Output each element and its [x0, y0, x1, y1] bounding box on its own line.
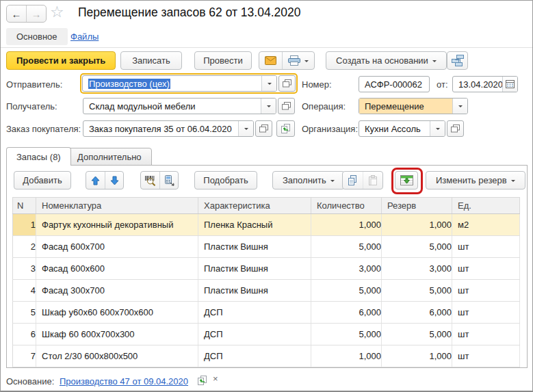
customer-order-value: Заказ покупателя 35 от 06.04.2020: [83, 124, 238, 134]
table-row[interactable]: 4 Фасад 300х700 Пластик Вишня 5,000 5,00…: [13, 280, 520, 302]
receiver-dropdown-button[interactable]: [261, 99, 276, 114]
cell-reserve: 5,000: [382, 236, 452, 258]
col-header-reserve[interactable]: Резерв: [382, 198, 452, 214]
cell-unit: шт: [452, 302, 520, 324]
organization-input[interactable]: Кухни Ассоль: [359, 120, 445, 137]
pick-items-button[interactable]: Подобрать: [194, 171, 257, 190]
cell-nomenclature: Фасад 600х700: [36, 236, 198, 258]
change-reserve-button[interactable]: Изменить резерв: [426, 171, 525, 190]
open-base-document-button[interactable]: [276, 120, 295, 137]
customer-order-dropdown-button[interactable]: [238, 121, 253, 136]
cell-n: 7: [13, 345, 36, 367]
sender-input[interactable]: Производство (цех): [82, 75, 277, 92]
cell-reserve: 5,000: [382, 280, 452, 302]
col-header-unit[interactable]: Ед.: [452, 198, 520, 214]
col-header-quantity[interactable]: Количество: [311, 198, 382, 214]
header-separator: [1, 47, 532, 48]
clear-base-button[interactable]: ×: [213, 374, 218, 384]
move-row-down-button[interactable]: [105, 172, 123, 189]
organization-open-button[interactable]: [447, 120, 464, 137]
sender-value: Производство (цех): [88, 79, 170, 89]
fill-label: Заполнить: [283, 175, 326, 185]
organization-dropdown-button[interactable]: [430, 121, 445, 136]
forward-button[interactable]: →: [27, 5, 46, 22]
col-header-nomenclature[interactable]: Номенклатура: [36, 198, 198, 214]
move-row-up-button[interactable]: [86, 172, 105, 189]
col-header-n[interactable]: N: [13, 198, 36, 214]
operation-select[interactable]: Перемещение: [359, 98, 468, 114]
send-mail-button[interactable]: [259, 52, 282, 69]
cell-reserve: 1,000: [382, 345, 452, 367]
write-button[interactable]: Записать: [120, 51, 182, 70]
tab-main[interactable]: Основное: [6, 28, 68, 45]
cell-nomenclature: Шкаф 60 600х700х300: [36, 324, 198, 345]
base-document-link[interactable]: Производство 47 от 09.04.2020: [60, 376, 188, 387]
subordination-structure-button[interactable]: [447, 51, 468, 70]
col-header-characteristic[interactable]: Характеристика: [198, 198, 311, 214]
operation-label: Операция:: [302, 101, 346, 112]
copy-rows-button[interactable]: [343, 172, 363, 189]
cell-unit: шт: [452, 258, 520, 280]
cell-nomenclature: Фартук кухонный декоративный: [36, 214, 198, 236]
inventory-panel: Добавить Подобрать Заполнить: [6, 165, 528, 368]
change-reserve-label: Изменить резерв: [436, 175, 507, 185]
table-row[interactable]: 6 Шкаф 60 600х700х300 ДСП 5,000 5,000 шт: [13, 324, 520, 345]
cell-n: 3: [13, 258, 36, 280]
back-button[interactable]: ←: [7, 5, 27, 22]
customer-order-open-button[interactable]: [255, 120, 272, 137]
cell-quantity: 3,000: [311, 258, 382, 280]
cell-nomenclature: Шкаф у60х60 600х700х600: [36, 302, 198, 324]
sender-dropdown-button[interactable]: [261, 76, 276, 91]
cell-characteristic: Пленка Красный: [198, 214, 311, 236]
customer-order-input[interactable]: Заказ покупателя 35 от 06.04.2020: [83, 120, 254, 137]
inventory-table[interactable]: N Номенклатура Характеристика Количество…: [12, 197, 520, 367]
open-document-green-icon: [281, 124, 291, 133]
mail-print-group: [259, 51, 315, 70]
post-and-close-button[interactable]: Провести и закрыть: [6, 51, 116, 70]
create-based-on-button[interactable]: Создать на основании: [326, 51, 447, 70]
data-terminal-button[interactable]: [159, 172, 178, 189]
barcode-scan-button[interactable]: [141, 172, 159, 189]
date-value: 13.04.2020: [453, 79, 502, 90]
tab-additional[interactable]: Дополнительно: [67, 148, 152, 166]
operation-dropdown-button[interactable]: [452, 99, 467, 114]
chevron-down-icon: [267, 105, 271, 109]
number-input[interactable]: АСФР-000062: [359, 76, 430, 92]
show-reserve-button[interactable]: [395, 171, 418, 190]
cell-quantity: 5,000: [311, 324, 382, 345]
tab-inventory[interactable]: Запасы (8): [6, 147, 71, 166]
table-row[interactable]: 3 Фасад 600х600 Пластик Вишня 3,000 3,00…: [13, 258, 520, 280]
post-button[interactable]: Провести: [194, 51, 252, 70]
add-row-button[interactable]: Добавить: [14, 171, 71, 190]
table-row[interactable]: 2 Фасад 600х700 Пластик Вишня 5,000 5,00…: [13, 236, 520, 258]
move-row-group: [86, 171, 124, 190]
number-label: Номер:: [302, 79, 332, 90]
cell-quantity: 5,000: [311, 236, 382, 258]
customer-order-label: Заказ покупателя:: [6, 124, 81, 134]
paste-rows-button[interactable]: [363, 172, 382, 189]
cell-unit: шт: [452, 280, 520, 302]
operation-value: Перемещение: [359, 99, 452, 114]
data-terminal-icon: [164, 175, 174, 186]
fill-button[interactable]: Заполнить: [272, 171, 345, 190]
open-document-green-icon[interactable]: [197, 376, 207, 385]
barcode-scan-icon: [144, 175, 156, 186]
calendar-button[interactable]: [502, 77, 517, 92]
open-in-new-icon: [283, 79, 291, 88]
table-row[interactable]: 7 Стол 2/30 600х800х500 ДСП 1,000 1,000 …: [13, 345, 520, 367]
sender-open-button[interactable]: [278, 75, 296, 92]
receiver-open-button[interactable]: [278, 98, 295, 114]
favorite-star-icon[interactable]: ☆: [50, 3, 64, 21]
table-row[interactable]: 5 Шкаф у60х60 600х700х600 ДСП 6,000 6,00…: [13, 302, 520, 324]
tab-files-link[interactable]: Файлы: [70, 31, 99, 42]
print-button[interactable]: [282, 52, 314, 69]
receiver-input[interactable]: Склад модульной мебели: [83, 98, 276, 114]
table-row[interactable]: 1 Фартук кухонный декоративный Пленка Кр…: [13, 214, 520, 236]
open-in-new-icon: [259, 125, 268, 133]
cell-n: 6: [13, 324, 36, 345]
arrow-up-icon: [91, 176, 100, 185]
chevron-down-icon: [268, 83, 272, 87]
cell-unit: шт: [452, 324, 520, 345]
forward-arrow-icon: →: [31, 8, 42, 20]
date-input[interactable]: 13.04.2020: [452, 76, 518, 92]
